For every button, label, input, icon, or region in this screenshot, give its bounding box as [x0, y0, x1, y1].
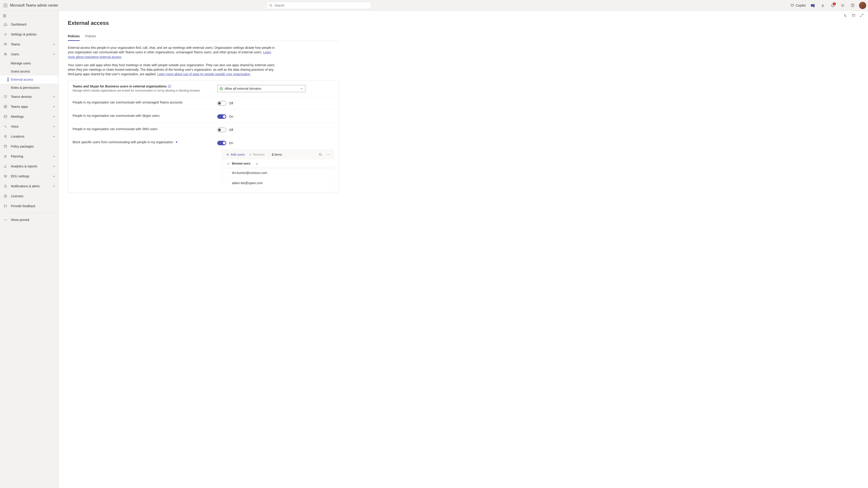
- svg-rect-1: [5, 4, 6, 4]
- blocked-email-1: adam.lee@spam.com: [232, 181, 263, 185]
- analytics-icon: [3, 164, 8, 168]
- license-icon: [3, 194, 8, 198]
- teams-icon[interactable]: T: [808, 1, 817, 10]
- app-header: Microsoft Teams admin center Copilot T 1: [0, 0, 868, 11]
- help-icon[interactable]: [848, 1, 857, 10]
- blocked-table-header: Blocked users: [222, 160, 334, 168]
- chevron-up-icon: [53, 53, 55, 56]
- sidebar-item-licenses[interactable]: Licenses: [0, 191, 59, 201]
- notification-badge: 1: [833, 2, 836, 5]
- sidebar-item-edu-settings[interactable]: EDU settings: [0, 171, 59, 181]
- table-search-icon[interactable]: [317, 151, 324, 158]
- toggle-row-1: People in my organization can communicat…: [68, 110, 339, 123]
- remove-button: Remove: [248, 152, 266, 157]
- sidebar-item-analytics-reports[interactable]: Analytics & reports: [0, 161, 59, 171]
- svg-point-23: [6, 53, 6, 54]
- voice-icon: [3, 124, 8, 129]
- expand-icon[interactable]: [858, 12, 865, 19]
- sidebar-item-teams[interactable]: Teams: [0, 39, 59, 49]
- sidebar-item-policy-packages[interactable]: Policy packages: [0, 141, 59, 151]
- learn-more-apps-link[interactable]: Learn more about use of apps by people o…: [157, 72, 250, 76]
- svg-point-55: [169, 86, 169, 86]
- table-more-icon[interactable]: [325, 151, 331, 158]
- persons-icon: [3, 52, 8, 57]
- search-input[interactable]: [267, 2, 371, 9]
- tabs: Policies Policies: [68, 33, 339, 41]
- chevron-down-icon: [53, 165, 55, 168]
- sidebar-item-label: Teams devices: [11, 95, 32, 98]
- toggle-2[interactable]: [217, 128, 226, 132]
- toggle-1[interactable]: [217, 114, 226, 119]
- feedback-icon: [3, 204, 8, 208]
- sidebar-item-label: Locations: [11, 135, 24, 138]
- sidebar-toggle[interactable]: [1, 12, 8, 20]
- toggle-state-0: Off: [229, 101, 233, 105]
- sidebar-item-label: Analytics & reports: [11, 164, 37, 168]
- item-count-number: 2: [272, 153, 274, 156]
- toggle-0[interactable]: [217, 101, 226, 105]
- sidebar-item-teams-devices[interactable]: Teams devices: [0, 92, 59, 102]
- waffle-icon[interactable]: [2, 2, 9, 9]
- blocked-row-0[interactable]: tim.burton@contoso.com: [222, 168, 334, 178]
- svg-point-21: [6, 43, 6, 44]
- chevron-down-icon: [53, 125, 55, 128]
- header-search: [267, 2, 371, 9]
- sidebar-item-label: Policy packages: [11, 144, 34, 148]
- sidebar-item-teams-apps[interactable]: Teams apps: [0, 102, 59, 111]
- user-avatar[interactable]: [859, 2, 866, 9]
- show-pinned[interactable]: Show pinned: [0, 215, 59, 225]
- blocked-row-1[interactable]: adam.lee@spam.com: [222, 178, 334, 188]
- add-users-button[interactable]: Add users: [225, 152, 246, 157]
- sidebar-item-voice[interactable]: Voice: [0, 122, 59, 131]
- sidebar-item-settings-policies[interactable]: Settings & policies: [0, 29, 59, 39]
- sidebar-item-provide-feedback[interactable]: Provide feedback: [0, 201, 59, 211]
- svg-rect-28: [6, 105, 7, 106]
- external-domains-select[interactable]: Allow all external domains: [217, 85, 305, 92]
- block-users-toggle[interactable]: [217, 141, 226, 145]
- settings-icon[interactable]: [838, 1, 847, 10]
- nav: DashboardSettings & policiesTeamsUsersMa…: [0, 20, 59, 211]
- sidebar-item-label: Meetings: [11, 115, 24, 119]
- toggle-title-1: People in my organization can communicat…: [72, 114, 159, 118]
- home-icon: [3, 22, 8, 27]
- dark-mode-icon[interactable]: [842, 12, 849, 19]
- sidebar-item-planning[interactable]: Planning: [0, 151, 59, 161]
- blocked-column-header[interactable]: Blocked users: [232, 162, 258, 165]
- sort-arrow-icon: [256, 162, 258, 165]
- svg-point-48: [6, 220, 7, 220]
- tab-policies-1[interactable]: Policies: [68, 33, 80, 41]
- sidebar-subitem-external-access[interactable]: External access: [0, 75, 59, 84]
- toggle-title-0: People in my organization can communicat…: [72, 101, 182, 104]
- svg-line-10: [272, 6, 272, 7]
- blocked-toolbar: Add users Remove 2 items: [222, 150, 334, 160]
- download-icon[interactable]: [818, 1, 827, 10]
- sidebar-item-dashboard[interactable]: Dashboard: [0, 20, 59, 29]
- sidebar-item-meetings[interactable]: Meetings: [0, 111, 59, 122]
- people-icon: [3, 42, 8, 46]
- block-users-title: Block specific users from communicating …: [72, 140, 173, 144]
- sidebar-subitem-manage-users[interactable]: Manage users: [0, 59, 59, 67]
- activity-log-icon[interactable]: [850, 12, 857, 19]
- sidebar-item-notifications-alerts[interactable]: Notifications & alerts: [0, 181, 59, 191]
- notifications-icon[interactable]: 1: [828, 1, 837, 10]
- select-all-checkbox[interactable]: [225, 162, 232, 165]
- toggle-title-2: People in my organization can communicat…: [72, 127, 158, 131]
- external-domains-label: Teams and Skype for Business users in ex…: [72, 85, 217, 92]
- tab-policies-2[interactable]: Policies: [85, 33, 96, 41]
- page-title: External access: [68, 20, 339, 26]
- svg-point-46: [4, 220, 5, 220]
- chevron-down-icon: [53, 95, 55, 98]
- item-count: 2 items: [272, 153, 282, 156]
- svg-point-14: [842, 5, 843, 6]
- intro-paragraph-1: External access lets people in your orga…: [68, 45, 276, 59]
- sidebar-item-locations[interactable]: Locations: [0, 131, 59, 141]
- sidebar-item-users[interactable]: Users: [0, 49, 59, 59]
- blocked-users-panel: Add users Remove 2 items: [222, 149, 334, 188]
- info-icon[interactable]: [168, 85, 171, 88]
- sidebar-subitem-guest-access[interactable]: Guest access: [0, 67, 59, 75]
- blocked-users-section: Add users Remove 2 items: [68, 149, 339, 193]
- sidebar-subitem-roles-permissions[interactable]: Roles & permissions: [0, 84, 59, 92]
- svg-point-56: [220, 87, 222, 90]
- svg-point-64: [328, 154, 329, 155]
- copilot-button[interactable]: Copilot: [788, 2, 807, 8]
